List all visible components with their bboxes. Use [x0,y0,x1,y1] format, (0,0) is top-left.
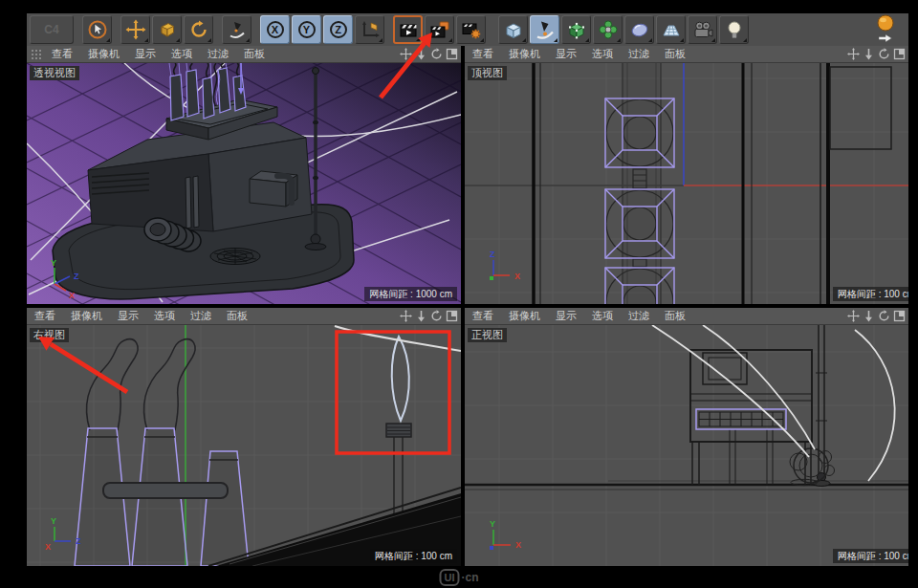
move-tool-button[interactable] [120,15,150,44]
menu-display[interactable]: 显示 [548,47,584,61]
dolly-icon[interactable] [415,48,427,60]
menu-panel[interactable]: 面板 [236,47,273,61]
menu-options[interactable]: 选项 [584,309,621,323]
cube-icon [503,19,524,40]
subdivision-surface-button[interactable] [561,15,591,44]
menu-filter[interactable]: 过滤 [183,309,219,323]
last-used-tool-button[interactable] [222,15,251,44]
rotate-view-icon[interactable] [878,310,890,322]
axis-z-label: Z [74,272,79,281]
scale-tool-button[interactable] [152,15,182,44]
front-canvas[interactable]: Y X 正视图 网格间距 : 100 cm [465,325,908,566]
x-axis-lock-button[interactable]: X [260,15,290,44]
menu-filter[interactable]: 过滤 [200,47,236,61]
subdivision-cube-icon [566,19,587,40]
array-icon [598,19,619,40]
live-selection-button[interactable] [82,15,112,44]
right-canvas[interactable]: Y Z X 右视图 网格间距 : 100 cm [27,325,461,566]
move-icon [125,19,146,40]
rotate-view-icon[interactable] [878,48,890,60]
y-axis-lock-button[interactable]: Y [292,15,321,44]
selection-arrow-icon [87,19,108,40]
coordinate-cube-icon [360,19,381,40]
viewport-top: 查看 摄像机 显示 选项 过滤 面板 [465,46,908,304]
grid-spacing-label: 网格间距 : 100 cm [833,287,908,301]
maximize-view-icon[interactable] [893,310,906,322]
menu-view[interactable]: 查看 [465,47,501,61]
menu-filter[interactable]: 过滤 [621,47,657,61]
scale-icon [157,19,178,40]
menu-camera[interactable]: 摄像机 [501,309,548,323]
axis-y-label: Y [51,258,56,268]
top-canvas[interactable]: Z X 顶视图 网格间距 : 100 cm [465,63,908,304]
rotate-icon [188,19,209,40]
render-settings-gear-icon [461,19,482,40]
axis-x-label: X [515,540,521,550]
rotate-tool-button[interactable] [184,15,213,44]
watermark: UI ·cn [440,569,479,586]
viewport-front: 查看 摄像机 显示 选项 过滤 面板 [465,308,908,566]
menu-display[interactable]: 显示 [110,309,146,323]
menu-display[interactable]: 显示 [548,309,584,323]
menu-camera[interactable]: 摄像机 [63,309,110,323]
viewport-label: 顶视图 [468,66,507,80]
viewport-label: 右视图 [30,328,69,342]
cloner-array-button[interactable] [593,15,623,44]
menu-panel[interactable]: 面板 [657,309,693,323]
main-toolbar: C4 [27,13,908,46]
menu-options[interactable]: 选项 [146,309,183,323]
dolly-icon[interactable] [863,310,875,322]
floor-object-button[interactable] [656,15,686,44]
camera-object-button[interactable] [688,15,717,44]
viewport-perspective: 查看 摄像机 显示 选项 过滤 面板 [27,46,461,304]
maximize-view-icon[interactable] [446,48,458,60]
spline-pen-button[interactable] [530,15,559,44]
metaball-button[interactable] [624,15,654,44]
perspective-canvas[interactable]: Y Z X 透视视图 网格间距 : 1000 cm [27,63,461,304]
menu-view[interactable]: 查看 [44,47,80,61]
c4d-logo-text: C4 [44,23,58,36]
sketch-pen-icon [227,19,248,40]
render-view-button[interactable] [393,15,423,44]
grid-spacing-label: 网格间距 : 100 cm [370,549,457,563]
layout-ball-arrow-icon [876,14,897,45]
right-menubar: 查看 摄像机 显示 选项 过滤 面板 [27,308,461,325]
menu-camera[interactable]: 摄像机 [80,47,127,61]
light-object-button[interactable] [719,15,749,44]
axis-x-label: X [69,291,75,300]
pan-icon[interactable] [847,48,860,60]
watermark-suffix: ·cn [462,571,479,584]
pan-icon[interactable] [400,48,412,60]
z-axis-letter: Z [335,24,341,35]
menu-panel[interactable]: 面板 [657,47,693,61]
menu-view[interactable]: 查看 [465,309,501,323]
rotate-view-icon[interactable] [430,310,443,322]
light-bulb-icon [724,19,745,40]
pan-icon[interactable] [400,310,412,322]
c4d-window: C4 [0,0,918,588]
menu-display[interactable]: 显示 [127,47,164,61]
z-axis-lock-button[interactable]: Z [323,15,353,44]
dolly-icon[interactable] [415,310,427,322]
horizontal-bar [103,483,228,498]
menu-options[interactable]: 选项 [164,47,200,61]
panel-handle-icon[interactable] [31,49,42,60]
menu-options[interactable]: 选项 [584,47,621,61]
maximize-view-icon[interactable] [893,48,906,60]
menu-filter[interactable]: 过滤 [621,309,657,323]
rotate-view-icon[interactable] [430,48,443,60]
menu-view[interactable]: 查看 [27,309,63,323]
grid-spacing-label: 网格间距 : 1000 cm [364,287,457,301]
render-settings-button[interactable] [456,15,486,44]
menu-camera[interactable]: 摄像机 [501,47,548,61]
x-axis-letter: X [272,24,278,35]
menu-panel[interactable]: 面板 [219,309,255,323]
interface-layout-switch[interactable] [876,14,897,45]
primitive-cube-button[interactable] [498,15,528,44]
maximize-view-icon[interactable] [446,310,458,322]
pan-icon[interactable] [847,310,860,322]
coordinate-system-button[interactable] [355,15,384,44]
axis-x-label: X [514,272,520,281]
dolly-icon[interactable] [863,48,875,60]
render-to-picture-viewer-button[interactable] [425,15,454,44]
